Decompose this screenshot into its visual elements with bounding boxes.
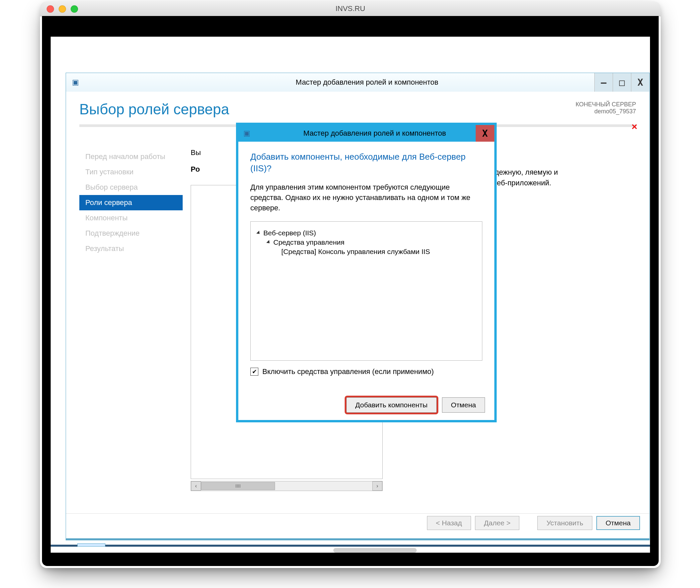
checkbox-icon[interactable]: ✔ [250, 368, 258, 376]
dialog-explain: Для управления этим компонентом требуютс… [250, 182, 482, 213]
expand-icon[interactable] [266, 240, 271, 245]
nav-step-5[interactable]: Подтверждение [79, 226, 183, 241]
mac-close-icon[interactable] [47, 5, 54, 13]
nav-step-1[interactable]: Тип установки [79, 164, 183, 180]
wizard-title: Мастер добавления ролей и компонентов [85, 78, 649, 87]
nav-step-6[interactable]: Результаты [79, 241, 183, 256]
expand-icon[interactable] [256, 231, 261, 235]
dialog-titlebar[interactable]: ▣ Мастер добавления ролей и компонентов … [238, 125, 494, 142]
add-features-button[interactable]: Добавить компоненты [346, 397, 437, 413]
install-button[interactable]: Установить [537, 516, 592, 530]
nav-step-4[interactable]: Компоненты [79, 210, 183, 226]
next-button[interactable]: Далее > [475, 516, 520, 530]
mac-scrollbar-thumb[interactable] [333, 548, 417, 553]
include-tools-label: Включить средства управления (если приме… [262, 367, 434, 376]
page-title: Выбор ролей сервера [79, 101, 229, 118]
mac-zoom-icon[interactable] [71, 5, 78, 13]
taskbar-app-button[interactable] [77, 543, 105, 547]
tree-item[interactable]: [Средства] Консоль управления службами I… [281, 248, 430, 256]
roles-horizontal-scrollbar[interactable]: ‹ › [191, 481, 383, 491]
dialog-cancel-button[interactable]: Отмена [442, 397, 485, 413]
required-features-tree[interactable]: Веб-сервер (IIS) Средства управления [Ср… [250, 221, 482, 361]
dialog-close-button[interactable]: X [476, 125, 494, 142]
scroll-thumb[interactable] [201, 482, 275, 490]
destination-server: demo05_79537 [576, 108, 636, 115]
wizard-titlebar[interactable]: ▣ Мастер добавления ролей и компонентов … [66, 73, 649, 92]
close-icon[interactable]: × [631, 121, 637, 132]
dialog-question: Добавить компоненты, необходимые для Веб… [250, 151, 482, 174]
scroll-left-button[interactable]: ‹ [191, 481, 201, 491]
include-tools-checkbox[interactable]: ✔ Включить средства управления (если при… [250, 367, 482, 376]
nav-step-3[interactable]: Роли сервера [79, 195, 183, 210]
destination-label: КОНЕЧНЫЙ СЕРВЕР [576, 101, 636, 108]
nav-step-0[interactable]: Перед началом работы [79, 149, 183, 164]
wizard-nav: Перед началом работыТип установкиВыбор с… [79, 148, 183, 505]
mac-titlebar[interactable]: INVS.RU [40, 1, 661, 16]
mac-window-title: INVS.RU [40, 1, 661, 16]
remote-display: ▣ Мастер добавления ролей и компонентов … [42, 16, 659, 566]
nav-step-2[interactable]: Выбор сервера [79, 180, 183, 195]
tree-item[interactable]: Средства управления [273, 238, 344, 246]
server-manager-icon: ▣ [243, 129, 250, 138]
back-button[interactable]: < Назад [427, 516, 471, 530]
screenshot-window: INVS.RU ▣ Мастер добавления ролей и комп… [40, 1, 661, 568]
destination-server-info: КОНЕЧНЫЙ СЕРВЕР demo05_79537 [576, 101, 636, 115]
tree-item[interactable]: Веб-сервер (IIS) [263, 229, 316, 237]
mac-minimize-icon[interactable] [59, 5, 66, 13]
cancel-button[interactable]: Отмена [596, 516, 640, 530]
win-maximize-button[interactable]: □ [613, 73, 631, 92]
server-manager-icon: ▣ [72, 78, 79, 87]
add-features-dialog: ▣ Мастер добавления ролей и компонентов … [236, 123, 497, 422]
windows-desktop[interactable]: ▣ Мастер добавления ролей и компонентов … [51, 37, 650, 553]
win-minimize-button[interactable]: — [594, 73, 613, 92]
scroll-right-button[interactable]: › [372, 481, 382, 491]
dialog-title: Мастер добавления ролей и компонентов [255, 129, 494, 138]
windows-taskbar[interactable] [51, 545, 650, 547]
win-close-button[interactable]: X [631, 73, 649, 92]
